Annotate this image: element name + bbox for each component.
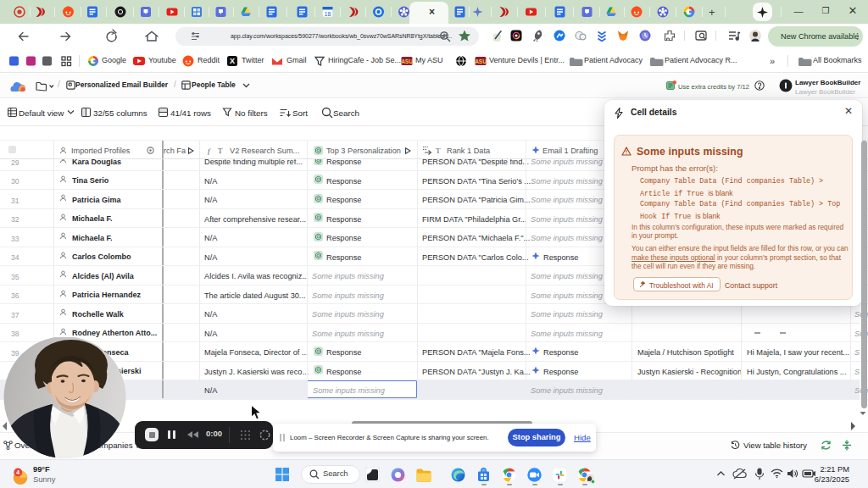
svg-text:4: 4 — [16, 469, 19, 475]
